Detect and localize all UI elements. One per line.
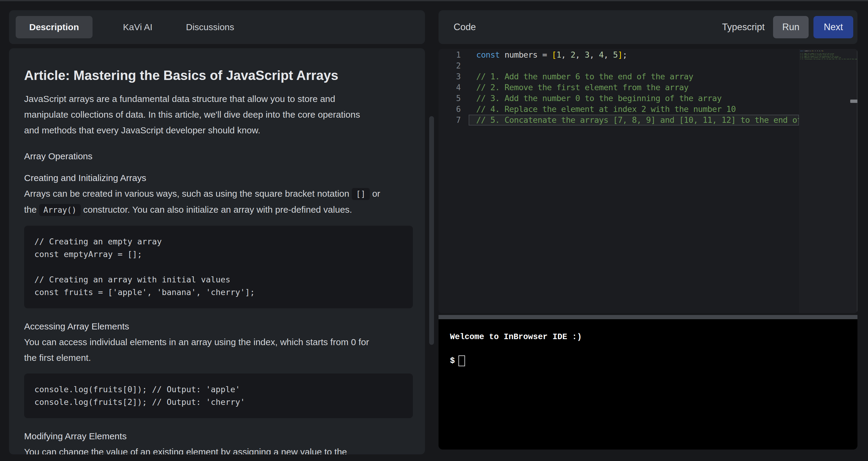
terminal-output: Welcome to InBrowser IDE :) $ xyxy=(438,319,858,366)
terminal-resize-handle[interactable] xyxy=(438,315,858,319)
line-number: 2 xyxy=(438,60,469,71)
line-number: 3 xyxy=(438,71,469,82)
article-code-block-accessing: console.log(fruits[0]); // Output: 'appl… xyxy=(24,374,413,418)
section-heading-modifying: Modifying Array Elements xyxy=(24,428,413,444)
code-panel-title: Code xyxy=(454,22,476,33)
section-heading-accessing: Accessing Array Elements xyxy=(24,319,413,334)
description-scrollbar-thumb[interactable] xyxy=(429,116,434,345)
terminal-cursor xyxy=(458,355,465,366)
line-number: 6 xyxy=(438,104,469,115)
inline-code-brackets: [] xyxy=(352,188,370,200)
line-number: 5 xyxy=(438,93,469,104)
code-panel-header: Code Typescript Run Next xyxy=(438,10,858,44)
terminal-panel[interactable]: Welcome to InBrowser IDE :) $ xyxy=(438,315,858,450)
section-heading-creating: Creating and Initializing Arrays xyxy=(24,170,413,186)
code-editor[interactable]: 1const numbers = [1, 2, 3, 4, 5];23// 1.… xyxy=(438,49,858,313)
line-number: 1 xyxy=(438,50,469,60)
creating-paragraph: Arrays can be created in various ways, s… xyxy=(24,186,413,218)
creating-text-3: the xyxy=(24,205,37,214)
editor-minimap[interactable]: const numbers = [1, 2, 3, 4, 5];// 1. Ad… xyxy=(799,49,858,313)
section-heading-array-operations: Array Operations xyxy=(24,148,413,164)
code-line[interactable]: 5// 3. Add the number 0 to the beginning… xyxy=(438,93,799,104)
editor-scrollbar-thumb[interactable] xyxy=(850,99,858,103)
window-top-edge xyxy=(0,0,868,1)
accessing-paragraph: You can access individual elements in an… xyxy=(24,334,413,366)
tab-kavi-ai[interactable]: KaVi AI xyxy=(111,22,165,32)
language-label: Typescript xyxy=(722,22,765,33)
creating-text-4: constructor. You can also initialize an … xyxy=(83,205,352,214)
code-line[interactable]: 6// 4. Replace the element at index 2 wi… xyxy=(438,104,799,115)
minimap-content: const numbers = [1, 2, 3, 4, 5];// 1. Ad… xyxy=(799,49,858,60)
line-number: 4 xyxy=(438,82,469,93)
editor-lines: 1const numbers = [1, 2, 3, 4, 5];23// 1.… xyxy=(438,50,799,125)
creating-text-1: Arrays can be created in various ways, s… xyxy=(24,189,349,199)
code-line[interactable]: 1const numbers = [1, 2, 3, 4, 5]; xyxy=(438,50,799,60)
tab-bar: DescriptionKaVi AIDiscussions xyxy=(9,10,425,44)
article-intro: JavaScript arrays are a fundamental data… xyxy=(24,91,413,138)
terminal-prompt-row[interactable]: $ xyxy=(450,355,858,366)
code-line[interactable]: 3// 1. Add the number 6 to the end of th… xyxy=(438,71,799,82)
inline-code-array-constructor: Array() xyxy=(39,204,81,216)
terminal-welcome-line: Welcome to InBrowser IDE :) xyxy=(450,332,858,342)
description-panel: Article: Mastering the Basics of JavaScr… xyxy=(9,48,425,454)
line-number: 7 xyxy=(438,115,469,125)
code-line[interactable]: 7// 5. Concatenate the arrays [7, 8, 9] … xyxy=(438,115,799,125)
run-button[interactable]: Run xyxy=(773,16,809,38)
article-code-block-creating: // Creating an empty array const emptyAr… xyxy=(24,226,413,308)
terminal-prompt: $ xyxy=(450,356,455,366)
article-title: Article: Mastering the Basics of JavaScr… xyxy=(24,67,413,84)
tab-description[interactable]: Description xyxy=(16,16,93,38)
code-line[interactable]: 2 xyxy=(438,60,799,71)
creating-text-2: or xyxy=(372,189,380,199)
next-button[interactable]: Next xyxy=(813,16,853,38)
tab-discussions[interactable]: Discussions xyxy=(183,22,237,32)
modifying-paragraph: You can change the value of an existing … xyxy=(24,444,413,454)
code-line[interactable]: 4// 2. Remove the first element from the… xyxy=(438,82,799,93)
